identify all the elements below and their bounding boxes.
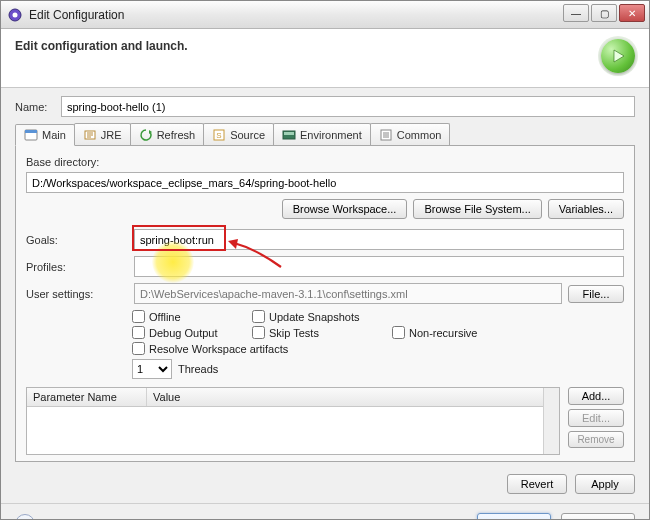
common-tab-icon xyxy=(379,128,393,142)
base-directory-input[interactable] xyxy=(26,172,624,193)
update-snapshots-checkbox[interactable]: Update Snapshots xyxy=(252,310,392,323)
apply-button[interactable]: Apply xyxy=(575,474,635,494)
tabs: Main JRE Refresh S Source Environment Co… xyxy=(15,123,635,146)
tab-label: Common xyxy=(397,129,442,141)
browse-file-system-button[interactable]: Browse File System... xyxy=(413,199,541,219)
tab-label: Refresh xyxy=(157,129,196,141)
debug-output-checkbox[interactable]: Debug Output xyxy=(132,326,252,339)
jre-tab-icon xyxy=(83,128,97,142)
parameters-table[interactable]: Parameter Name Value xyxy=(26,387,560,455)
tab-label: Main xyxy=(42,129,66,141)
svg-text:S: S xyxy=(216,131,221,140)
revert-button[interactable]: Revert xyxy=(507,474,567,494)
minimize-button[interactable]: — xyxy=(563,4,589,22)
tab-label: Environment xyxy=(300,129,362,141)
browse-workspace-button[interactable]: Browse Workspace... xyxy=(282,199,408,219)
profiles-input[interactable] xyxy=(134,256,624,277)
source-tab-icon: S xyxy=(212,128,226,142)
parameters-scrollbar[interactable] xyxy=(543,388,559,454)
close-window-button[interactable]: ✕ xyxy=(619,4,645,22)
tab-common[interactable]: Common xyxy=(370,123,451,145)
help-icon[interactable]: ? xyxy=(15,514,35,520)
profiles-label: Profiles: xyxy=(26,261,100,273)
svg-rect-10 xyxy=(284,132,294,135)
titlebar: Edit Configuration — ▢ ✕ xyxy=(1,1,649,29)
remove-parameter-button: Remove xyxy=(568,431,624,448)
name-label: Name: xyxy=(15,101,55,113)
offline-checkbox[interactable]: Offline xyxy=(132,310,252,323)
user-settings-input[interactable] xyxy=(134,283,562,304)
tab-label: Source xyxy=(230,129,265,141)
svg-rect-4 xyxy=(25,130,37,133)
add-parameter-button[interactable]: Add... xyxy=(568,387,624,405)
user-settings-label: User settings: xyxy=(26,288,100,300)
goals-label: Goals: xyxy=(26,234,100,246)
column-parameter-name: Parameter Name xyxy=(27,388,147,406)
tab-source[interactable]: S Source xyxy=(203,123,274,145)
column-value: Value xyxy=(147,388,559,406)
tab-environment[interactable]: Environment xyxy=(273,123,371,145)
edit-parameter-button: Edit... xyxy=(568,409,624,427)
dialog-header: Edit configuration and launch. xyxy=(1,29,649,88)
skip-tests-checkbox[interactable]: Skip Tests xyxy=(252,326,392,339)
name-input[interactable] xyxy=(61,96,635,117)
tab-body-main: Base directory: Browse Workspace... Brow… xyxy=(15,146,635,462)
environment-tab-icon xyxy=(282,128,296,142)
svg-point-1 xyxy=(13,12,18,17)
tab-label: JRE xyxy=(101,129,122,141)
base-directory-label: Base directory: xyxy=(26,156,624,168)
goals-input[interactable] xyxy=(134,229,624,250)
threads-select[interactable]: 1 xyxy=(132,359,172,379)
divider xyxy=(1,503,649,504)
file-button[interactable]: File... xyxy=(568,285,624,303)
svg-marker-2 xyxy=(614,50,624,62)
run-orb-icon xyxy=(601,39,635,73)
threads-label: Threads xyxy=(178,363,218,375)
refresh-tab-icon xyxy=(139,128,153,142)
tab-main[interactable]: Main xyxy=(15,124,75,146)
resolve-workspace-checkbox[interactable]: Resolve Workspace artifacts xyxy=(132,342,512,355)
close-button[interactable]: Close xyxy=(561,513,635,520)
window-title: Edit Configuration xyxy=(29,8,124,22)
variables-button[interactable]: Variables... xyxy=(548,199,624,219)
tab-jre[interactable]: JRE xyxy=(74,123,131,145)
non-recursive-checkbox[interactable]: Non-recursive xyxy=(392,326,512,339)
dialog-subtitle: Edit configuration and launch. xyxy=(15,39,188,53)
name-row: Name: xyxy=(15,96,635,117)
run-button[interactable]: Run xyxy=(477,513,551,520)
maximize-button[interactable]: ▢ xyxy=(591,4,617,22)
tab-refresh[interactable]: Refresh xyxy=(130,123,205,145)
main-tab-icon xyxy=(24,128,38,142)
parameters-header: Parameter Name Value xyxy=(27,388,559,407)
app-icon xyxy=(7,7,23,23)
